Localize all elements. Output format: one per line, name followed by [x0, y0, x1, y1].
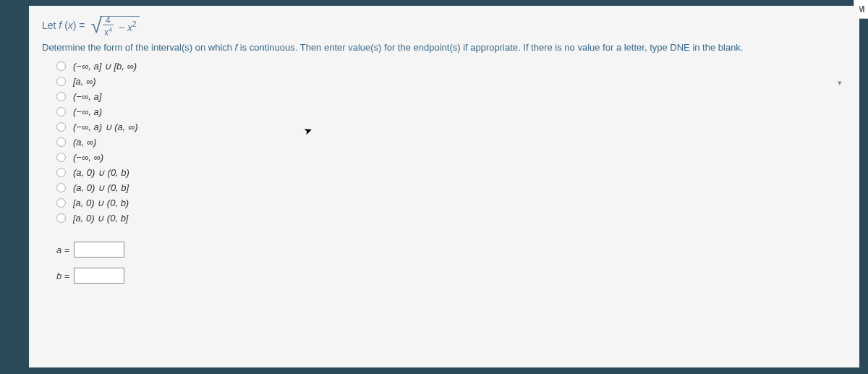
question-page: Let f (x) = √ 4 x4 − x2 Determine the fo… [29, 6, 859, 367]
option-label: (−∞, ∞) [73, 152, 103, 163]
radio-icon[interactable] [56, 183, 66, 192]
a-label: a = [56, 245, 69, 255]
option-label: (−∞, a) [73, 106, 102, 117]
a-input[interactable] [74, 242, 124, 258]
option-row[interactable]: (−∞, a) [42, 104, 846, 119]
equation-label: Let f (x) = [42, 20, 85, 31]
radio-icon[interactable] [56, 61, 66, 71]
option-label: (a, ∞) [73, 137, 96, 148]
option-row[interactable]: (−∞, a) ∪ (a, ∞) [42, 119, 846, 135]
question-prompt: Determine the form of the interval(s) on… [42, 42, 846, 53]
equation: Let f (x) = √ 4 x4 − x2 [42, 16, 846, 35]
option-row[interactable]: (a, 0) ∪ (0, b) [42, 165, 846, 180]
radio-icon[interactable] [56, 168, 66, 177]
minus-term: − x2 [119, 20, 137, 33]
fraction: 4 x4 [103, 16, 114, 37]
sqrt-expression: √ 4 x4 − x2 [91, 16, 140, 35]
radio-icon[interactable] [56, 122, 66, 132]
chevron-down-icon[interactable]: ▾ [838, 78, 842, 88]
option-label: (a, 0) ∪ (0, b] [73, 182, 129, 193]
option-row[interactable]: (−∞, a] [42, 89, 846, 104]
option-label: [a, ∞) [73, 76, 96, 87]
option-row[interactable]: [a, 0) ∪ (0, b) [42, 195, 846, 211]
b-label: b = [56, 271, 69, 281]
option-label: [a, 0) ∪ (0, b] [73, 213, 128, 224]
radio-icon[interactable] [56, 92, 66, 101]
option-label: (−∞, a) ∪ (a, ∞) [73, 122, 138, 132]
radio-icon[interactable] [56, 137, 66, 147]
option-row[interactable]: (a, ∞) [42, 135, 846, 150]
option-label: (−∞, a] [73, 91, 101, 102]
option-label: (a, 0) ∪ (0, b) [73, 167, 129, 178]
option-label: [a, 0) ∪ (0, b) [73, 197, 129, 208]
radio-icon[interactable] [56, 107, 66, 116]
option-row[interactable]: (−∞, ∞) [42, 150, 846, 165]
endpoint-inputs: a = b = [42, 242, 846, 284]
input-row-b: b = [56, 268, 846, 284]
option-row[interactable]: [a, 0) ∪ (0, b] [42, 211, 846, 226]
radio-icon[interactable] [56, 77, 66, 86]
radio-icon[interactable] [56, 198, 66, 208]
option-row[interactable]: [a, ∞) [42, 74, 846, 89]
option-row[interactable]: (a, 0) ∪ (0, b] [42, 180, 846, 195]
radio-icon[interactable] [56, 153, 66, 162]
b-input[interactable] [74, 268, 124, 284]
option-row[interactable]: (−∞, a] ∪ [b, ∞) [42, 59, 846, 74]
input-row-a: a = [56, 242, 846, 258]
radio-icon[interactable] [56, 213, 66, 223]
option-label: (−∞, a] ∪ [b, ∞) [73, 61, 137, 72]
